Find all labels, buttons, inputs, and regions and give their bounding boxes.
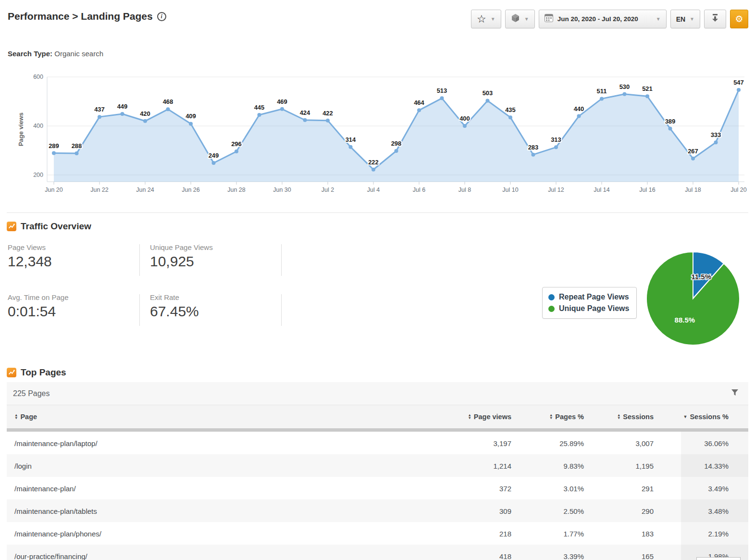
- sessions-cell: 3,007: [635, 439, 654, 447]
- svg-text:Jul 8: Jul 8: [458, 187, 471, 193]
- date-range-button[interactable]: Jun 20, 2020 - Jul 20, 2020 ▼: [539, 10, 667, 28]
- info-icon[interactable]: i: [157, 12, 166, 21]
- svg-text:400: 400: [33, 123, 43, 129]
- gear-icon: ⚙: [735, 14, 743, 24]
- sessions-cell: 165: [642, 552, 654, 560]
- page-link[interactable]: /login: [14, 461, 32, 470]
- sessions-pct-cell: 2.19%: [708, 529, 729, 537]
- svg-text:Jul 6: Jul 6: [413, 187, 425, 193]
- chevron-down-icon: ▼: [491, 16, 495, 22]
- svg-text:468: 468: [163, 98, 173, 105]
- page-link[interactable]: /maintenance-plan/tablets: [14, 507, 97, 515]
- svg-text:Jul 4: Jul 4: [367, 187, 380, 193]
- sessions-cell: 1,195: [635, 461, 654, 470]
- svg-text:530: 530: [619, 83, 630, 90]
- table-row[interactable]: /login1,2149.83%1,19514.33%: [7, 454, 748, 477]
- metric-label: Exit Rate: [150, 293, 270, 301]
- svg-text:437: 437: [94, 106, 105, 113]
- download-button[interactable]: [704, 10, 726, 28]
- pages-pct-cell: 3.39%: [563, 552, 584, 560]
- column-label: Page: [20, 413, 37, 421]
- pages-pct-cell: 2.50%: [563, 507, 584, 515]
- legend-label: Repeat Page Views: [559, 293, 629, 301]
- toolbar: ☆ ▼ ▼ Jun 20, 2020 - Jul 20, 2020 ▼ EN ▼…: [471, 10, 748, 28]
- sort-icon: ▼: [683, 414, 687, 419]
- traffic-overview-heading: Traffic Overview: [7, 221, 91, 232]
- pie-legend: Repeat Page ViewsUnique Page Views: [542, 287, 637, 319]
- svg-text:296: 296: [231, 140, 242, 148]
- table-row[interactable]: /maintenance-plan/tablets3092.50%2903.48…: [7, 499, 748, 522]
- table-row[interactable]: /maintenance-plan/3723.01%2913.49%: [7, 477, 748, 499]
- sessions-cell: 183: [642, 529, 654, 537]
- page-views-cell: 418: [499, 552, 511, 560]
- svg-text:Jul 14: Jul 14: [594, 187, 609, 193]
- pageviews-area-chart: 200400600Jun 20Jun 22Jun 24Jun 26Jun 28J…: [7, 71, 748, 197]
- legend-item[interactable]: Unique Page Views: [548, 303, 629, 314]
- table-row[interactable]: /our-practice/financing/4183.39%1651.98%: [7, 545, 748, 560]
- svg-text:440: 440: [574, 105, 584, 112]
- download-icon: [711, 14, 719, 24]
- pages-pct-cell: 9.83%: [563, 461, 584, 470]
- settings-button[interactable]: ⚙: [730, 10, 748, 28]
- page-views-cell: 309: [499, 507, 511, 515]
- page-link[interactable]: /our-practice/financing/: [14, 552, 87, 560]
- svg-text:88.5%: 88.5%: [675, 316, 695, 324]
- svg-text:283: 283: [528, 144, 539, 151]
- svg-text:Jun 20: Jun 20: [45, 187, 63, 193]
- table-header-row: ▲▼Page▲▼Page views▲▼Pages %▲▼Sessions▼Se…: [7, 405, 748, 428]
- pages-count-bar: 225 Pages: [7, 382, 748, 405]
- table-body: /maintenance-plan/laptop/3,19725.89%3,00…: [7, 432, 748, 560]
- column-header-sessions[interactable]: ▼Sessions %: [683, 413, 729, 421]
- metric-value: 12,348: [8, 253, 128, 270]
- language-button[interactable]: EN ▼: [670, 10, 700, 28]
- svg-text:464: 464: [414, 99, 424, 106]
- legend-item[interactable]: Repeat Page Views: [548, 291, 629, 303]
- svg-text:400: 400: [459, 115, 470, 122]
- sessions-pct-cell: 3.48%: [708, 507, 729, 515]
- cube-icon: [511, 13, 520, 25]
- funnel-icon[interactable]: [731, 389, 739, 398]
- table-footer-cutoff: [696, 557, 741, 560]
- svg-text:Jul 18: Jul 18: [685, 187, 701, 193]
- svg-text:Jun 26: Jun 26: [182, 187, 200, 193]
- svg-text:422: 422: [322, 110, 333, 117]
- svg-text:288: 288: [72, 142, 82, 149]
- metric-avg-time: Avg. Time on Page 0:01:54: [8, 293, 128, 320]
- svg-text:521: 521: [642, 85, 653, 92]
- chevron-down-icon: ▼: [656, 16, 661, 22]
- svg-text:267: 267: [688, 148, 698, 155]
- segment-button[interactable]: ▼: [505, 10, 535, 28]
- svg-text:222: 222: [368, 159, 379, 166]
- svg-text:Jun 22: Jun 22: [90, 187, 109, 193]
- page-views-cell: 3,197: [493, 439, 511, 447]
- page-link[interactable]: /maintenance-plan/: [14, 484, 76, 492]
- chevron-down-icon: ▼: [690, 16, 694, 22]
- search-type: Search Type: Organic search: [8, 50, 103, 58]
- metric-label: Avg. Time on Page: [8, 293, 128, 301]
- column-header-pages[interactable]: ▲▼Pages %: [549, 413, 584, 421]
- table-row[interactable]: /maintenance-plan/laptop/3,19725.89%3,00…: [7, 432, 748, 454]
- svg-text:200: 200: [33, 172, 43, 178]
- favorite-button[interactable]: ☆ ▼: [471, 10, 501, 28]
- svg-text:547: 547: [733, 79, 744, 86]
- sessions-pct-cell: 14.33%: [704, 461, 729, 470]
- column-header-page[interactable]: ▲▼Page: [14, 413, 37, 421]
- column-label: Sessions %: [690, 413, 729, 421]
- sessions-pct-cell: 36.06%: [704, 439, 729, 447]
- column-header-page-views[interactable]: ▲▼Page views: [468, 413, 511, 421]
- page-link[interactable]: /maintenance-plan/phones/: [14, 529, 101, 537]
- metric-unique-page-views: Unique Page Views 10,925: [150, 243, 270, 270]
- sort-icon: ▲▼: [14, 414, 18, 420]
- page-link[interactable]: /maintenance-plan/laptop/: [14, 439, 98, 447]
- calendar-icon: [545, 14, 553, 24]
- top-pages-table: 225 Pages ▲▼Page▲▼Page views▲▼Pages %▲▼S…: [7, 382, 748, 560]
- legend-label: Unique Page Views: [559, 304, 629, 313]
- legend-dot-icon: [548, 294, 555, 300]
- horizontal-scrollbar[interactable]: [7, 428, 748, 432]
- svg-text:Jul 2: Jul 2: [322, 187, 334, 193]
- table-row[interactable]: /maintenance-plan/phones/2181.77%1832.19…: [7, 522, 748, 545]
- column-header-sessions[interactable]: ▲▼Sessions: [617, 413, 654, 421]
- svg-text:389: 389: [665, 118, 676, 125]
- traffic-overview-title: Traffic Overview: [21, 221, 91, 232]
- sort-icon: ▲▼: [617, 414, 620, 420]
